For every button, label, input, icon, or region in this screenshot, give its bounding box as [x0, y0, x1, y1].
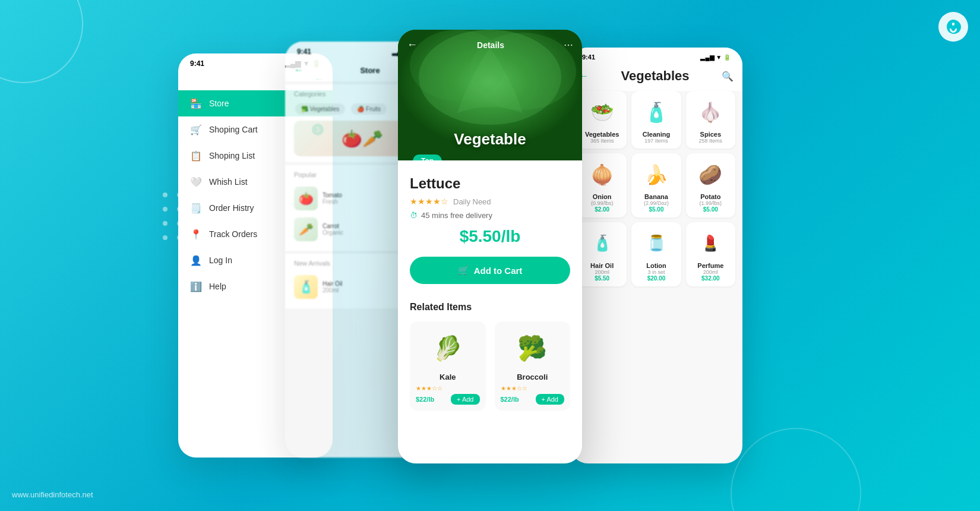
cleaning-category-name: Cleaning [634, 131, 678, 138]
veg-card-cleaning[interactable]: 🧴 Cleaning 197 Items [631, 91, 681, 149]
vegetables-category-img: 🥗 [580, 96, 624, 128]
lotion-sub: 3 in set [634, 269, 678, 275]
store-time: 9:41 [297, 48, 311, 56]
clock-icon: ⏱ [410, 211, 418, 220]
shopping-list-icon: 📋 [190, 150, 202, 162]
phone-vegetables-screen: 9:41 ▂▄▆ ▼ 🔋 ← Vegetables 🔍 🥗 Vegetables… [570, 48, 742, 463]
track-orders-label: Track Orders [209, 229, 257, 239]
rating-stars: ★★★★☆ [410, 197, 448, 206]
veg-card-vegetables[interactable]: 🥗 Vegetables 365 Items [577, 91, 627, 149]
broccoli-stars: ★★★☆☆ [501, 385, 527, 392]
new-item-img-1: 🧴 [294, 275, 318, 299]
veg-card-potato[interactable]: 🥔 Potato (1.99/lbs) $5.00 [686, 153, 735, 217]
website-url: www.unifiedinfotech.net [12, 490, 93, 499]
onion-img: 🧅 [580, 158, 624, 191]
order-history-label: Order Histry [209, 203, 254, 213]
shopping-cart-label: Shoping Cart [209, 125, 258, 134]
kale-bottom-row: ★★★☆☆ [416, 385, 480, 392]
potato-sub: (1.99/lbs) [689, 200, 732, 206]
lotion-price: $20.00 [634, 275, 678, 282]
store-label: Store [209, 99, 229, 108]
details-header-bar: ← Details ⋯ [407, 39, 573, 51]
broccoli-add-button[interactable]: + Add [536, 394, 564, 405]
phones-container: 9:41 ▂▄▆ ▼ 🔋 ← 🏪 Store 🛒 Shoping Cart 3 … [178, 30, 772, 481]
svg-text:U: U [950, 22, 956, 31]
menu-time: 9:41 [190, 59, 204, 68]
popular-item-info-2: CarrotOrganic [323, 223, 343, 236]
details-body: Lettuce ★★★★☆ Daily Need ⏱ 45 mins free … [398, 160, 582, 293]
cat-vegetables[interactable]: 🥦 Vegetables [295, 103, 345, 115]
onion-price: $2.00 [580, 206, 624, 213]
broccoli-price: $22/lb [501, 396, 519, 403]
broccoli-bottom-row: ★★★☆☆ [501, 385, 565, 392]
perfume-sub: 200ml [689, 269, 732, 275]
related-items-row: 🥬 Kale ★★★☆☆ $22/lb + Add 🥦 Broccoli ★★★… [410, 321, 570, 411]
lotion-img: 🫙 [634, 227, 678, 260]
vegetables-category-sub: 365 Items [580, 138, 624, 144]
perfume-price: $32.00 [689, 275, 732, 282]
shopping-list-label: Shoping List [209, 151, 255, 160]
cleaning-category-sub: 197 Items [634, 138, 678, 144]
details-hero: ← Details ⋯ Vegetable Top [398, 30, 582, 160]
cart-icon: 🛒 [458, 265, 469, 276]
perfume-img: 💄 [689, 227, 732, 260]
related-item-kale: 🥬 Kale ★★★☆☆ $22/lb + Add [410, 321, 486, 411]
add-to-cart-label: Add to Cart [474, 266, 523, 276]
lotion-name: Lotion [634, 262, 678, 269]
store-icon: 🏪 [190, 97, 202, 109]
potato-img: 🥔 [689, 158, 732, 191]
login-icon: 👤 [190, 254, 202, 266]
spices-category-name: Spices [689, 131, 732, 138]
kale-image: 🥬 [416, 327, 480, 369]
phone-details-screen: ← Details ⋯ Vegetable Top Lettuce ★★★★☆ … [398, 30, 582, 463]
wish-list-label: Whish List [209, 177, 248, 187]
top-badge: Top [413, 154, 442, 160]
kale-add-button[interactable]: + Add [451, 394, 479, 405]
logo-icon: U [938, 12, 968, 42]
onion-name: Onion [580, 193, 624, 200]
details-menu-icon[interactable]: ⋯ [564, 39, 573, 51]
kale-price: $22/lb [416, 396, 434, 403]
veg-time: 9:41 [582, 53, 595, 61]
hair-oil-sub: 200ml [580, 269, 624, 275]
bg-decoration-circle-top [0, 0, 83, 83]
banana-name: Banana [634, 193, 678, 200]
veg-card-lotion[interactable]: 🫙 Lotion 3 in set $20.00 [631, 222, 681, 286]
potato-price: $5.00 [689, 206, 732, 213]
broccoli-name: Broccoli [501, 373, 565, 381]
add-to-cart-button[interactable]: 🛒 Add to Cart [410, 257, 570, 284]
cat-fruits[interactable]: 🍎 Fruits [351, 103, 387, 115]
veg-card-spices[interactable]: 🧄 Spices 258 Items [686, 91, 735, 149]
details-header-title: Details [477, 40, 504, 50]
hair-oil-img: 🧴 [580, 227, 624, 260]
vegetables-grid: 🥗 Vegetables 365 Items 🧴 Cleaning 197 It… [570, 91, 742, 286]
hero-vegetable-title: Vegetable [454, 130, 526, 149]
store-back-icon[interactable]: ← [294, 65, 304, 75]
veg-card-hair-oil[interactable]: 🧴 Hair Oil 200ml $5.50 [577, 222, 627, 286]
veg-header: ← Vegetables 🔍 [570, 64, 742, 91]
veg-search-icon[interactable]: 🔍 [722, 71, 734, 82]
login-label: Log In [209, 256, 232, 265]
cleaning-category-img: 🧴 [634, 96, 678, 128]
shopping-cart-icon: 🛒 [190, 124, 202, 135]
kale-stars: ★★★☆☆ [416, 385, 442, 392]
veg-status-bar: 9:41 ▂▄▆ ▼ 🔋 [570, 48, 742, 64]
rating-row: ★★★★☆ Daily Need [410, 197, 570, 206]
rating-label: Daily Need [453, 197, 491, 206]
related-item-broccoli: 🥦 Broccoli ★★★☆☆ $22/lb + Add [495, 321, 571, 411]
wish-list-icon: 🤍 [190, 176, 202, 188]
delivery-info: ⏱ 45 mins free delivery [410, 211, 570, 220]
vegetables-category-name: Vegetables [580, 131, 624, 138]
new-item-info-1: Hair Oil200ml [323, 280, 342, 294]
veg-signal: ▂▄▆ ▼ 🔋 [700, 54, 731, 61]
veg-card-perfume[interactable]: 💄 Perfume 200ml $32.00 [686, 222, 735, 286]
related-title: Related Items [410, 302, 570, 313]
veg-card-onion[interactable]: 🧅 Onion (0.99/lbs) $2.00 [577, 153, 627, 217]
related-items-section: Related Items 🥬 Kale ★★★☆☆ $22/lb + Add … [398, 293, 582, 419]
details-back-button[interactable]: ← [407, 39, 418, 51]
perfume-name: Perfume [689, 262, 732, 269]
veg-card-banana[interactable]: 🍌 Banana (2.99/Doz) $5.00 [631, 153, 681, 217]
spices-category-sub: 258 Items [689, 138, 732, 144]
popular-item-info-1: TomatoFresh [323, 192, 342, 205]
help-icon: ℹ️ [190, 280, 202, 292]
